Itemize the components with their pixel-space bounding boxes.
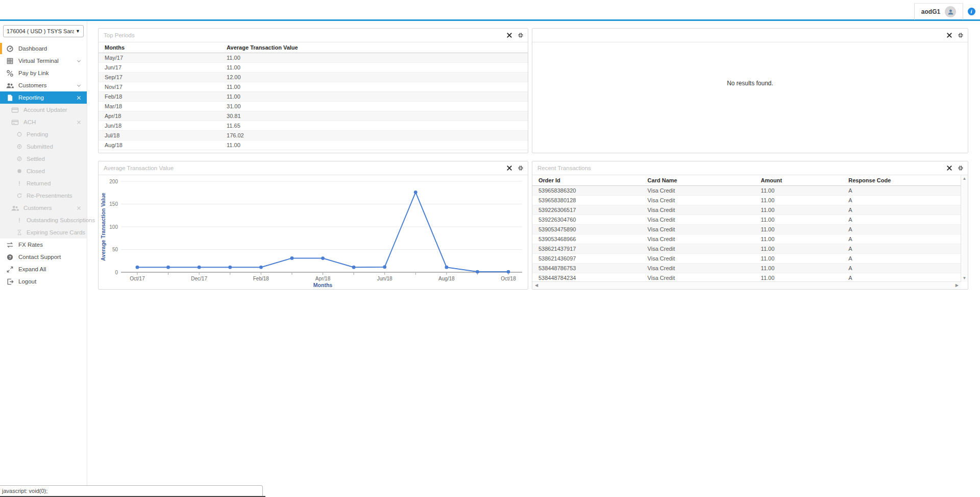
people-icon [6, 82, 14, 89]
sidebar-item-virtual-terminal[interactable]: Virtual Terminal [0, 55, 87, 67]
table-row[interactable]: 539226306517Visa Credit11.00A [532, 205, 961, 215]
collapse-icon[interactable] [518, 165, 524, 171]
table-cell: 11.00 [755, 215, 843, 225]
table-cell: A [842, 205, 961, 215]
collapse-icon[interactable] [958, 32, 964, 38]
horizontal-scrollbar[interactable]: ◀ ▶ [532, 281, 961, 289]
table-row[interactable]: 538448786753Visa Credit11.00A [532, 264, 961, 273]
info-icon: i [968, 8, 975, 15]
column-header: Response Code [842, 175, 961, 186]
sidebar: 176004 ( USD ) TSYS Sara USD ▼ Dashboard… [0, 21, 87, 485]
sidebar-item-expand-all[interactable]: Expand All [0, 263, 87, 275]
table-header: Order IdCard NameAmountResponse Code [532, 175, 961, 186]
tools-icon[interactable] [946, 32, 952, 38]
sidebar-item-label: Returned [27, 180, 51, 186]
sidebar-item-ach[interactable]: ACH [0, 116, 87, 128]
table-cell: 538448784234 [532, 273, 642, 282]
collapse-icon[interactable] [958, 165, 964, 171]
caret-down-icon: ▼ [76, 29, 80, 34]
scroll-right-icon[interactable]: ▶ [954, 282, 960, 289]
sidebar-item-pending[interactable]: Pending [0, 128, 87, 140]
panel-title: Top Periods [104, 32, 506, 38]
table-cell: 539053475890 [532, 225, 642, 234]
sidebar-item-contact-support[interactable]: ?Contact Support [0, 251, 87, 263]
table-cell: 11.00 [755, 234, 843, 244]
sidebar-item-settled[interactable]: Settled [0, 153, 87, 165]
info-button[interactable]: i [963, 3, 980, 19]
dashboard-page: { "app": { "accent_color": "#1e96d6", "a… [0, 0, 980, 497]
tools-icon[interactable] [506, 32, 512, 38]
table-cell: Visa Credit [642, 273, 755, 282]
column-header: Average Transaction Value [220, 42, 528, 53]
table-cell: Visa Credit [642, 196, 755, 205]
collapse-icon[interactable] [518, 32, 524, 38]
svg-text:Oct/18: Oct/18 [501, 276, 516, 281]
sidebar-item-customers-sub[interactable]: Customers [0, 202, 87, 214]
user-menu-button[interactable]: aodG1 [914, 3, 963, 20]
sidebar-item-fx-rates[interactable]: FX Rates [0, 239, 87, 251]
help-icon: ? [6, 253, 14, 261]
sidebar-item-label: Settled [27, 156, 45, 162]
scroll-left-icon[interactable]: ◀ [534, 282, 539, 289]
sidebar-item-label: Outstanding Subscriptions [27, 217, 95, 223]
panel-header: Recent Transactions [532, 161, 968, 175]
table-row[interactable]: 538621437917Visa Credit11.00A [532, 244, 961, 254]
table-row[interactable]: 539226304760Visa Credit11.00A [532, 215, 961, 225]
sidebar-item-reporting[interactable]: Reporting [0, 91, 87, 104]
table-row: Feb/1811.00 [99, 92, 528, 102]
sidebar-item-re-presentments[interactable]: Re-Presentments [0, 190, 87, 202]
table-row[interactable]: 539053468966Visa Credit11.00A [532, 234, 961, 244]
account-selector[interactable]: 176004 ( USD ) TSYS Sara USD ▼ [3, 25, 84, 37]
vertical-scrollbar[interactable]: ▲ ▼ [961, 175, 968, 282]
table-cell: May/17 [99, 53, 220, 63]
sidebar-item-outstanding-subscriptions[interactable]: Outstanding Subscriptions [0, 214, 87, 226]
table-cell: 538448786753 [532, 264, 642, 273]
sidebar-item-label: Pay by Link [18, 70, 48, 76]
table-cell: 11.00 [220, 140, 528, 150]
scroll-down-icon[interactable]: ▼ [962, 275, 968, 282]
report-file-icon [6, 94, 14, 102]
table-cell: 539658386320 [532, 186, 642, 196]
table-cell: 539226304760 [532, 215, 642, 225]
svg-text:Average Transaction Value: Average Transaction Value [100, 193, 106, 261]
table-cell: 11.00 [755, 264, 843, 273]
close-icon[interactable] [76, 205, 82, 211]
table-cell: 11.00 [755, 244, 843, 254]
table-cell: Jun/17 [99, 63, 220, 73]
sidebar-item-returned[interactable]: Returned [0, 177, 87, 190]
scroll-up-icon[interactable]: ▲ [962, 175, 968, 182]
close-icon[interactable] [76, 95, 82, 101]
table-cell: Visa Credit [642, 264, 755, 273]
table-row[interactable]: 538448784234Visa Credit11.00A [532, 273, 961, 282]
svg-text:200: 200 [109, 179, 118, 184]
svg-text:Aug/18: Aug/18 [438, 276, 455, 281]
close-icon[interactable] [76, 120, 82, 125]
sidebar-item-dashboard[interactable]: Dashboard [0, 42, 87, 55]
credit-card-icon [11, 106, 19, 114]
table-cell: A [842, 186, 961, 196]
table-row[interactable]: 539658386320Visa Credit11.00A [532, 186, 961, 196]
sidebar-item-label: Dashboard [18, 45, 47, 52]
sidebar-item-expiring-secure-cards[interactable]: Expiring Secure Cards [0, 226, 87, 239]
tools-icon[interactable] [946, 165, 952, 171]
table-row[interactable]: 538621436097Visa Credit11.00A [532, 254, 961, 264]
expand-icon [6, 266, 14, 273]
table-cell: 12.00 [220, 73, 528, 82]
table-cell: Visa Credit [642, 205, 755, 215]
sidebar-item-submitted[interactable]: Submitted [0, 140, 87, 153]
table-cell: Nov/17 [99, 82, 220, 92]
tools-icon[interactable] [506, 165, 512, 171]
average-transaction-value-panel: Average Transaction Value 050100150200Oc… [98, 161, 528, 290]
column-header: Amount [755, 175, 843, 186]
sidebar-item-label: Customers [18, 82, 47, 88]
sidebar-item-logout[interactable]: Logout [0, 275, 87, 288]
circle-check-icon [16, 156, 22, 162]
sidebar-item-account-updater[interactable]: Account Updater [0, 104, 87, 116]
sidebar-item-closed[interactable]: Closed [0, 165, 87, 177]
top-bar: aodG1 i [0, 0, 980, 21]
sidebar-item-customers[interactable]: Customers [0, 79, 87, 91]
table-row[interactable]: 539053475890Visa Credit11.00A [532, 225, 961, 234]
chevron-down-icon [76, 58, 82, 64]
sidebar-item-pay-by-link[interactable]: Pay by Link [0, 67, 87, 79]
table-row[interactable]: 539658380128Visa Credit11.00A [532, 196, 961, 205]
